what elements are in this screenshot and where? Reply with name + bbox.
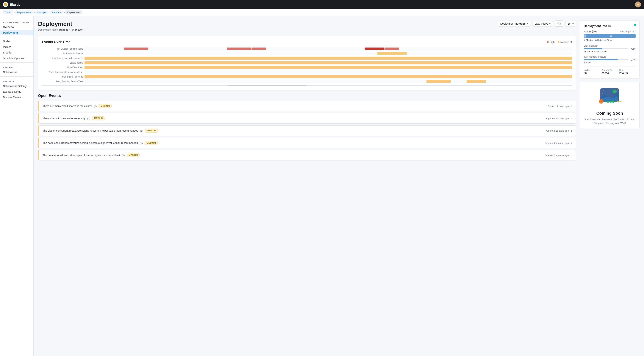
sidebar-item-template-optimizer[interactable]: Template Optimizer [0, 55, 34, 61]
info-icon: ⓘ [608, 24, 611, 28]
stats-grid: Nodes 56 Shards ⓘ 25236 Docs 254.1B [584, 66, 636, 75]
app-name: Elastic [10, 2, 20, 6]
legend-other: Other [604, 39, 612, 41]
time-dropdown[interactable]: Last 4 days ▾ [532, 21, 553, 26]
sidebar-item-nodes[interactable]: Nodes [0, 38, 34, 44]
sidebar-item-overview[interactable]: Overview [0, 24, 34, 30]
interval-dropdown[interactable]: 1m ▾ [565, 21, 576, 26]
disk-bar-row: 42% [584, 47, 636, 50]
svg-text:+: + [602, 93, 603, 94]
sidebar-divider-2 [0, 62, 34, 63]
sidebar-item-notifications-settings[interactable]: Notifications Settings [0, 83, 34, 89]
chart-label-0: High Cluster Pending Tasks [42, 47, 83, 50]
event-card-4[interactable]: The number of allowed shards per cluster… [38, 150, 576, 160]
jvm-bar-fill [584, 59, 618, 60]
event-opened-4: Opened 3 months ago [545, 154, 569, 157]
event-title-4: The number of allowed shards per cluster… [42, 154, 120, 157]
event-count-3: (1) [140, 142, 143, 144]
open-events-section: Open Events There are many small shards … [38, 94, 576, 160]
event-count-1: (1) [87, 117, 90, 120]
main-left: Deployment Deployment name autoops • ID … [38, 20, 576, 353]
nodes-header: Nodes (56) version | 8.14.1 [584, 30, 636, 33]
sidebar-item-deployment[interactable]: Deployment [0, 30, 34, 35]
chevron-down-icon-interval: ▾ [572, 22, 574, 25]
chart-bars-0 [84, 47, 572, 51]
nodes-legend: Master Data Other [584, 39, 636, 41]
sidebar-divider-3 [0, 76, 34, 77]
deployment-dropdown-label: Deployment [500, 22, 514, 25]
disk-label: Disk allocation [584, 44, 636, 47]
chart-menu-icon[interactable]: ▾ [570, 40, 572, 44]
sidebar-item-notifications[interactable]: Notifications [0, 69, 34, 75]
chart-row-2: Total Shard Per Node Unlimited [42, 56, 572, 60]
event-title-1: Many shards in the cluster are empty [42, 117, 86, 120]
deployment-dropdown[interactable]: Deployment autoops ▾ [498, 21, 530, 26]
jvm-percent: 77% [630, 58, 636, 61]
breadcrumb-autoops[interactable]: autoops [36, 10, 48, 14]
breadcrumb-sep-2: › [34, 11, 35, 14]
breadcrumb-deployments[interactable]: Deployments [15, 10, 33, 14]
sidebar-label-dismiss-events: Dismiss Events [3, 96, 21, 99]
breadcrumb-autoops2[interactable]: AutoOps [50, 10, 63, 14]
sidebar-label-events-settings: Events Settings [3, 90, 21, 93]
sidebar-label-indices: Indices [3, 45, 11, 48]
event-card-1[interactable]: Many shards in the cluster are empty (1)… [38, 113, 576, 124]
event-right-1: Opened 21 days ago › [546, 116, 572, 120]
sidebar-item-dismiss-events[interactable]: Dismiss Events [0, 94, 34, 100]
chart-bars-1 [84, 52, 572, 55]
event-count-2: (1) [140, 129, 143, 132]
legend-controls: High Medium ▾ [547, 40, 572, 44]
open-events-title: Open Events [38, 94, 576, 98]
breadcrumb-sep-3: › [48, 11, 49, 14]
disk-percent: 42% [630, 47, 636, 50]
event-badge-3: MEDIUM [144, 141, 158, 145]
sidebar-label-template-optimizer: Template Optimizer [3, 57, 26, 60]
sidebar-label-shards: Shards [3, 51, 11, 54]
chart-legend: High Medium [547, 41, 569, 43]
clock-dropdown[interactable]: 🕐 [555, 20, 564, 27]
legend-medium: Medium [558, 41, 569, 43]
svg-point-10 [616, 101, 618, 102]
chart-bars-6 [84, 75, 572, 79]
deployment-info-label: Deployment Info [584, 24, 607, 28]
legend-medium-dot [558, 41, 560, 43]
event-title-0: There are many small shards in the clust… [42, 105, 92, 107]
nodes-label: Nodes (56) [584, 30, 596, 33]
jvm-metric: JVM memory pressure 77% Normal [584, 55, 636, 64]
event-card-0[interactable]: There are many small shards in the clust… [38, 101, 576, 111]
chart-label-6: Max Shard Per Node [42, 75, 83, 78]
user-avatar[interactable]: A [635, 1, 641, 7]
event-opened-1: Opened 21 days ago [546, 117, 569, 120]
sidebar-item-indices[interactable]: Indices [0, 44, 34, 50]
coming-soon-title: Coming Soon [584, 111, 636, 116]
breadcrumb-cloud[interactable]: Cloud [3, 10, 13, 14]
sidebar-label-overview: Overview [3, 25, 14, 28]
event-opened-0: Opened 2 days ago [548, 105, 569, 107]
chart-scrollbar[interactable] [42, 85, 572, 86]
time-dropdown-value: Last 4 days [535, 22, 548, 25]
chart-bars-5 [84, 70, 572, 74]
event-card-2[interactable]: The cluster concurrent rebalance setting… [38, 125, 576, 136]
event-opened-2: Opened 25 days ago [546, 129, 569, 132]
breadcrumb-deployment[interactable]: Deployment [66, 10, 82, 14]
status-green-dot [634, 24, 636, 26]
header-controls: Deployment autoops ▾ Last 4 days ▾ 🕐 1m … [498, 20, 576, 27]
deployment-info-title: Deployment Info ⓘ [584, 24, 636, 28]
chart-row-1: Unbalanced Shards [42, 52, 572, 55]
stat-shards: Shards ⓘ 25236 [602, 69, 618, 75]
dot-sep: • [70, 28, 70, 31]
event-count-4: (1) [122, 154, 125, 157]
svg-point-2 [617, 89, 618, 90]
sidebar-item-events-settings[interactable]: Events Settings [0, 89, 34, 94]
event-left-0: There are many small shards in the clust… [42, 104, 548, 108]
copy-icon[interactable]: ⧉ [84, 28, 85, 31]
coming-soon-text: Stay Tuned and Prepare to Be Thrilled. E… [584, 118, 636, 125]
clock-icon: 🕐 [557, 22, 561, 25]
event-title-3: The node concurrent recoveries setting i… [42, 141, 138, 144]
event-card-3[interactable]: The node concurrent recoveries setting i… [38, 138, 576, 148]
stat-nodes-value: 56 [584, 71, 600, 74]
sidebar-item-shards[interactable]: Shards [0, 50, 34, 55]
chart-label-7: Long Running Search Task [42, 80, 83, 83]
sidebar: AutoOps Monitoring Overview Deployment N… [0, 16, 34, 356]
event-right-4: Opened 3 months ago › [545, 153, 572, 157]
